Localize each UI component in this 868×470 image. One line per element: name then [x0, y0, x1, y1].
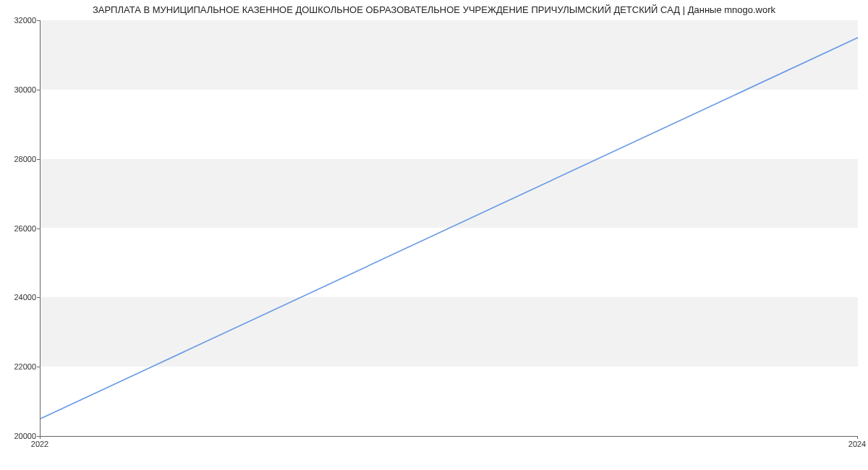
- chart-title: ЗАРПЛАТА В МУНИЦИПАЛЬНОЕ КАЗЕННОЕ ДОШКОЛ…: [0, 4, 868, 15]
- y-tick-label: 22000: [4, 362, 36, 371]
- y-tick-label: 30000: [4, 85, 36, 94]
- series-line: [41, 38, 858, 419]
- y-tick-label: 24000: [4, 293, 36, 302]
- y-tick-label: 28000: [4, 155, 36, 163]
- y-tick-label: 32000: [4, 16, 36, 25]
- x-tick-label: 2022: [31, 440, 48, 448]
- chart-container: ЗАРПЛАТА В МУНИЦИПАЛЬНОЕ КАЗЕННОЕ ДОШКОЛ…: [0, 0, 868, 470]
- plot-area: [40, 20, 858, 437]
- line-layer: [41, 20, 858, 436]
- x-tick-label: 2024: [848, 440, 866, 448]
- y-tick-label: 26000: [4, 224, 36, 233]
